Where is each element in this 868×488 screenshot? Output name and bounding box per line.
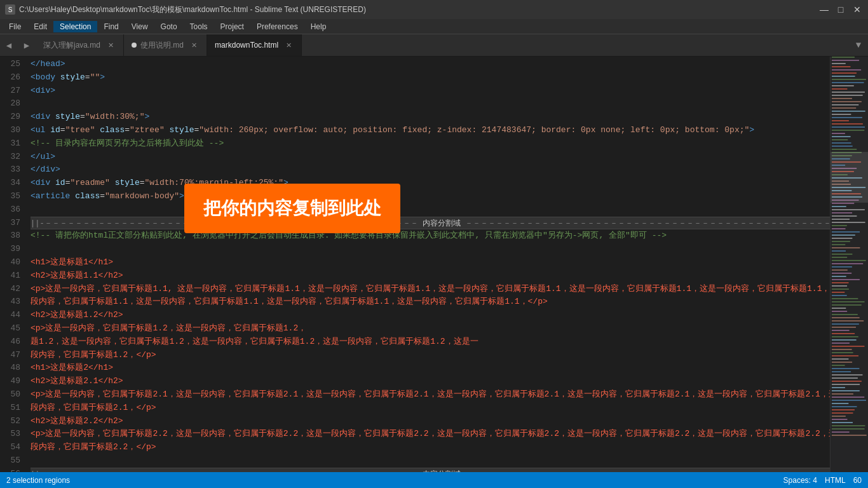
code-line: <h2>这是标题1.1</h2>	[31, 269, 830, 283]
code-line: 段内容，它归属于标题2.2，</p>	[31, 441, 830, 454]
spaces-indicator: Spaces: 4	[783, 476, 817, 485]
line-number: 45	[0, 322, 20, 336]
code-line: <h2>这是标题2.1</h2>	[31, 375, 830, 388]
line-number: 38	[0, 229, 20, 243]
code-line: <!-- 请把你的html正文部分粘贴到此处, 在浏览器中打开之后会自动生成目录…	[31, 229, 830, 243]
tab-label: 使用说明.md	[140, 40, 184, 51]
separator-line: ||-－－－－－－－－－－－－－－－－－－－－－－－－－－－－－－－－－－－－－…	[31, 217, 830, 230]
line-col-indicator: 60	[853, 476, 862, 485]
line-number: 48	[0, 362, 20, 375]
line-number: 51	[0, 402, 20, 415]
code-line: <p>这是一段内容，它归属于标题2.1，这是一段内容，它归属于标题2.1，这是一…	[31, 388, 830, 402]
tab-tab2[interactable]: 使用说明.md✕	[124, 34, 207, 56]
menu-item-view[interactable]: View	[125, 21, 154, 32]
line-number: 31	[0, 137, 20, 151]
window-title: C:\Users\Haley\Desktop\markdownToc\我的模板\…	[19, 4, 366, 15]
menu-item-project[interactable]: Project	[214, 21, 250, 32]
code-line: <body style="">	[31, 71, 830, 85]
code-line: <p>这是一段内容，它归属于标题1.2，这是一段内容，它归属于标题1.2，	[31, 322, 830, 336]
tab-scroll-right[interactable]: ▶	[18, 34, 36, 56]
code-line: <!-- 目录内容在网页另存为之后将插入到此处 -->	[31, 137, 830, 151]
menu-item-edit[interactable]: Edit	[27, 21, 53, 32]
tab-bar: ◀ ▶ 深入理解java.md✕使用说明.md✕markdownToc.html…	[0, 34, 868, 57]
tab-close-btn[interactable]: ✕	[283, 40, 294, 50]
editor-area: 2526272829303132333435363738394041424344…	[0, 57, 868, 472]
tab-scroll-left[interactable]: ◀	[0, 34, 18, 56]
menu-item-help[interactable]: Help	[304, 21, 333, 32]
line-number: 27	[0, 85, 20, 98]
status-bar: 2 selection regions Spaces: 4 HTML 60	[0, 472, 868, 488]
code-line: <div style="width:30%;">	[31, 111, 830, 124]
line-number: 54	[0, 441, 20, 454]
code-line: <ul id="tree" class="ztree" style="width…	[31, 124, 830, 137]
line-number: 29	[0, 111, 20, 124]
tab-close-btn[interactable]: ✕	[105, 40, 116, 50]
line-number: 52	[0, 415, 20, 428]
tab-tab3[interactable]: markdownToc.html✕	[207, 34, 302, 56]
code-line: </head>	[31, 58, 830, 71]
line-number: 37	[0, 217, 20, 230]
line-number: 28	[0, 97, 20, 111]
code-line: <div>	[31, 85, 830, 98]
line-number: 41	[0, 269, 20, 283]
code-line	[31, 203, 830, 217]
tabs-container: 深入理解java.md✕使用说明.md✕markdownToc.html✕	[36, 34, 849, 56]
tab-tab1[interactable]: 深入理解java.md✕	[36, 34, 124, 56]
line-numbers: 2526272829303132333435363738394041424344…	[0, 57, 25, 472]
code-line	[31, 243, 830, 256]
maximize-button[interactable]: □	[835, 4, 846, 15]
menu-item-preferences[interactable]: Preferences	[250, 21, 304, 32]
tab-modified-dot	[132, 43, 137, 48]
code-line: 段内容，它归属于标题2.1，</p>	[31, 402, 830, 415]
code-line: <h2>这是标题1.2</h2>	[31, 309, 830, 322]
code-line	[31, 97, 830, 111]
line-number: 55	[0, 454, 20, 468]
tab-label: markdownToc.html	[215, 41, 278, 50]
close-button[interactable]: ✕	[851, 4, 863, 15]
line-number: 39	[0, 243, 20, 256]
separator-line: ||-－－－－－－－－－－－－－－－－－－－－－－－－－－－－－－－－－－－－－…	[31, 468, 830, 472]
line-number: 43	[0, 295, 20, 309]
line-number: 34	[0, 177, 20, 190]
line-number: 33	[0, 163, 20, 177]
menu-item-tools[interactable]: Tools	[184, 21, 214, 32]
code-line: <p>这是一段内容，它归属于标题1.1, 这是一段内容，它归属于标题1.1，这是…	[31, 283, 830, 296]
line-number: 46	[0, 336, 20, 349]
line-number: 47	[0, 349, 20, 362]
line-number: 26	[0, 71, 20, 85]
line-number: 25	[0, 58, 20, 71]
menu-item-selection[interactable]: Selection	[53, 21, 97, 32]
line-number: 49	[0, 375, 20, 388]
line-number: 44	[0, 309, 20, 322]
code-line: </ul>	[31, 151, 830, 164]
code-area[interactable]: </head> <body style=""> <div> <div style…	[25, 57, 830, 472]
line-number: 42	[0, 283, 20, 296]
tab-label: 深入理解java.md	[43, 40, 100, 51]
menu-item-goto[interactable]: Goto	[154, 21, 184, 32]
language-indicator: HTML	[825, 476, 846, 485]
app-icon: S	[5, 4, 15, 15]
code-line: </div>	[31, 163, 830, 177]
code-line: 段内容，它归属于标题1.2，</p>	[31, 349, 830, 362]
minimize-button[interactable]: —	[818, 4, 830, 15]
selection-status: 2 selection regions	[6, 476, 70, 485]
line-number: 36	[0, 203, 20, 217]
code-line: <h2>这是标题2.2</h2>	[31, 415, 830, 428]
line-number: 30	[0, 124, 20, 137]
line-number: 35	[0, 190, 20, 203]
tab-list-button[interactable]: ▼	[849, 34, 868, 56]
menu-item-file[interactable]: File	[3, 21, 27, 32]
code-line	[31, 454, 830, 468]
code-line: 题1.2，这是一段内容，它归属于标题1.2，这是一段内容，它归属于标题1.2，这…	[31, 336, 830, 349]
code-line: <p>这是一段内容，它归属于标题2.2，这是一段内容，它归属于标题2.2，这是一…	[31, 428, 830, 441]
code-line: <h1>这是标题1</h1>	[31, 256, 830, 269]
title-bar: S C:\Users\Haley\Desktop\markdownToc\我的模…	[0, 0, 868, 19]
code-line: <div id="readme" style="width:70%;margin…	[31, 177, 830, 190]
tab-close-btn[interactable]: ✕	[189, 40, 199, 50]
line-number: 56	[0, 468, 20, 472]
menu-item-find[interactable]: Find	[97, 21, 125, 32]
code-line: <h1>这是标题2</h1>	[31, 362, 830, 375]
code-line: 段内容，它归属于标题1.1，这是一段内容，它归属于标题1.1，这是一段内容，它归…	[31, 295, 830, 309]
menu-bar: FileEditSelectionFindViewGotoToolsProjec…	[0, 19, 868, 34]
code-line: <article class="markdown-body">	[31, 190, 830, 203]
